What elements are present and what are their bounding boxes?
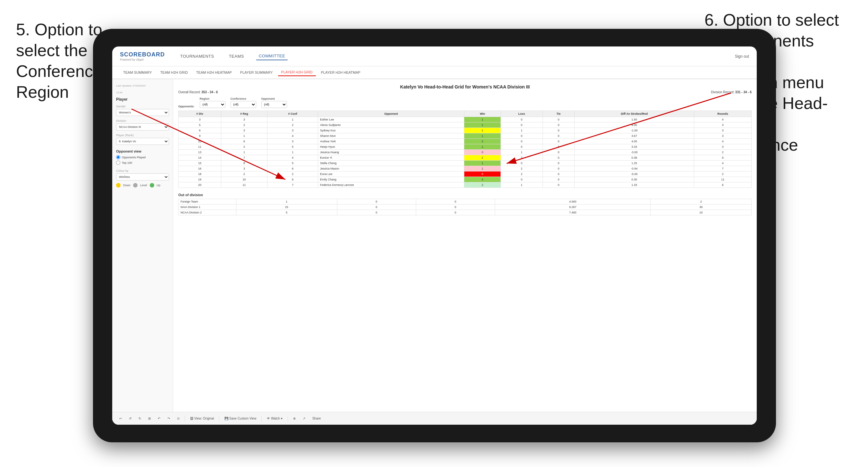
- col-diff: Diff Av Strokes/Rnd: [575, 111, 694, 117]
- cell-div: 20: [179, 182, 221, 188]
- player-rank-select[interactable]: 8. Katelyn Vo: [116, 138, 169, 145]
- filter-conference-select[interactable]: (All): [230, 101, 256, 108]
- toolbar-grid[interactable]: ⊞: [146, 416, 153, 421]
- col-win: Win: [464, 111, 500, 117]
- cell-reg: 2: [221, 144, 267, 150]
- cell-div: 5: [179, 122, 221, 128]
- sign-out-link[interactable]: Sign out: [735, 54, 749, 59]
- cell-ood-loss: 0: [337, 199, 416, 205]
- nav-committee[interactable]: COMMITTEE: [256, 52, 288, 60]
- subnav-player-summary[interactable]: PLAYER SUMMARY: [237, 69, 276, 75]
- cell-loss: 0: [500, 122, 542, 128]
- cell-opponent: Jessica Huang: [318, 150, 464, 155]
- filter-region-select[interactable]: (All): [200, 101, 225, 108]
- out-of-division-section: Out of division Foreign Team 1 0 0 4.500…: [178, 193, 752, 215]
- filter-opponent-label: Opponent: [261, 97, 287, 100]
- logo: SCOREBOARD Powered by clippd: [120, 51, 165, 61]
- cell-win: 2: [464, 139, 500, 144]
- cell-loss: 1: [500, 128, 542, 133]
- cell-diff: 4.00: [575, 122, 694, 128]
- toolbar-prev[interactable]: ↶: [156, 416, 162, 421]
- cell-win: 1: [464, 133, 500, 139]
- toolbar-undo[interactable]: ↩: [117, 416, 124, 421]
- ood-table-row: Foreign Team 1 0 0 4.500 2: [179, 199, 752, 205]
- toolbar-save-custom[interactable]: 💾 Save Custom View: [222, 416, 258, 421]
- cell-win: 0: [464, 172, 500, 177]
- cell-conf: 2: [268, 172, 318, 177]
- cell-tie: 0: [542, 122, 574, 128]
- cell-win: 1: [464, 161, 500, 166]
- cell-conf: 7: [268, 182, 318, 188]
- division-select[interactable]: NCAA Division III: [116, 123, 169, 130]
- player-rank-label: Player (Rank): [116, 134, 169, 137]
- cell-opponent: Heejo Hyun: [318, 144, 464, 150]
- cell-ood-opponent: Foreign Team: [179, 199, 236, 205]
- cell-loss: 0: [500, 139, 542, 144]
- nav-tournaments[interactable]: TOURNAMENTS: [178, 53, 217, 60]
- col-rounds: Rounds: [694, 111, 751, 117]
- toolbar-view-original[interactable]: 🖼 View: Original: [188, 416, 216, 421]
- cell-loss: 0: [500, 133, 542, 139]
- cell-opponent: Esther Lee: [318, 117, 464, 122]
- subnav-team-summary[interactable]: TEAM SUMMARY: [120, 69, 155, 75]
- cell-reg: 1: [221, 150, 267, 155]
- cell-loss: 2: [500, 166, 542, 172]
- out-of-division-table: Foreign Team 1 0 0 4.500 2 NAIA Division…: [178, 199, 752, 215]
- filter-conference-group: Conference (All): [230, 97, 256, 108]
- col-loss: Loss: [500, 111, 542, 117]
- radio-top100[interactable]: Top 100: [116, 161, 169, 165]
- cell-opponent: Jessica Mason: [318, 166, 464, 172]
- filter-opponents-group: Opponents:: [178, 105, 195, 108]
- toolbar-forward[interactable]: ↻: [136, 416, 143, 421]
- cell-reg: 8: [221, 161, 267, 166]
- filter-opponent-select[interactable]: (All): [261, 101, 287, 108]
- cell-conf: 6: [268, 177, 318, 182]
- cell-tie: 0: [542, 161, 574, 166]
- cell-div: 16: [179, 166, 221, 172]
- subnav-player-h2h-grid[interactable]: PLAYER H2H GRID: [278, 69, 316, 76]
- toolbar-back[interactable]: ↺: [127, 416, 133, 421]
- toolbar-add[interactable]: ⊕: [291, 416, 298, 421]
- radio-opponents-played[interactable]: Opponents Played: [116, 155, 169, 159]
- table-row: 14 7 4 Eunice Yi 2 2 0 0.38 9: [179, 155, 752, 161]
- cell-loss: 1: [500, 150, 542, 155]
- separator-4: [288, 415, 288, 422]
- nav-teams[interactable]: TEAMS: [226, 53, 247, 60]
- cell-diff: 1.25: [575, 161, 694, 166]
- cell-loss: 2: [500, 155, 542, 161]
- cell-loss: 0: [500, 117, 542, 122]
- toolbar-export[interactable]: ↗: [301, 416, 307, 421]
- colour-by-select[interactable]: Win/loss: [116, 174, 169, 181]
- subnav-team-h2h-heatmap[interactable]: TEAM H2H HEATMAP: [193, 69, 235, 75]
- cell-conf: 4: [268, 133, 318, 139]
- toolbar-watch[interactable]: 👁 Watch ▾: [265, 416, 284, 421]
- cell-ood-opponent: NAIA Division 1: [179, 205, 236, 210]
- toolbar-share[interactable]: Share: [310, 416, 323, 421]
- cell-tie: 0: [542, 172, 574, 177]
- table-row: 5 2 2 Alexis Sudjianto 1 0 0 4.00 3: [179, 122, 752, 128]
- gender-select[interactable]: Women's: [116, 109, 169, 116]
- cell-tie: 0: [542, 166, 574, 172]
- table-row: 6 3 3 Sydney Kuo 1 1 0 -1.00 3: [179, 128, 752, 133]
- cell-reg: 3: [221, 117, 267, 122]
- toolbar-next[interactable]: ↷: [165, 416, 172, 421]
- grid-area: Katelyn Vo Head-to-Head Grid for Women's…: [173, 79, 757, 425]
- cell-rounds: 4: [694, 117, 751, 122]
- colour-by-label: Colour by: [116, 169, 169, 173]
- toolbar-clock[interactable]: ⊙: [175, 416, 182, 421]
- cell-rounds: 4: [694, 161, 751, 166]
- cell-conf: 6: [268, 166, 318, 172]
- cell-rounds: 6: [694, 182, 751, 188]
- cell-reg: 3: [221, 166, 267, 172]
- cell-ood-win: 15: [236, 205, 337, 210]
- cell-rounds: 2: [694, 150, 751, 155]
- cell-div: 13: [179, 150, 221, 155]
- cell-div: 15: [179, 161, 221, 166]
- table-row: 18 2 2 Euna Lee 0 2 0 -5.00 2: [179, 172, 752, 177]
- cell-conf: 3: [268, 128, 318, 133]
- table-row: 13 1 1 Jessica Huang 0 1 0 -3.00 2: [179, 150, 752, 155]
- subnav-team-h2h-grid[interactable]: TEAM H2H GRID: [157, 69, 191, 75]
- subnav-player-h2h-heatmap[interactable]: PLAYER H2H HEATMAP: [318, 69, 364, 75]
- cell-div: 18: [179, 172, 221, 177]
- cell-opponent: Stella Cheng: [318, 161, 464, 166]
